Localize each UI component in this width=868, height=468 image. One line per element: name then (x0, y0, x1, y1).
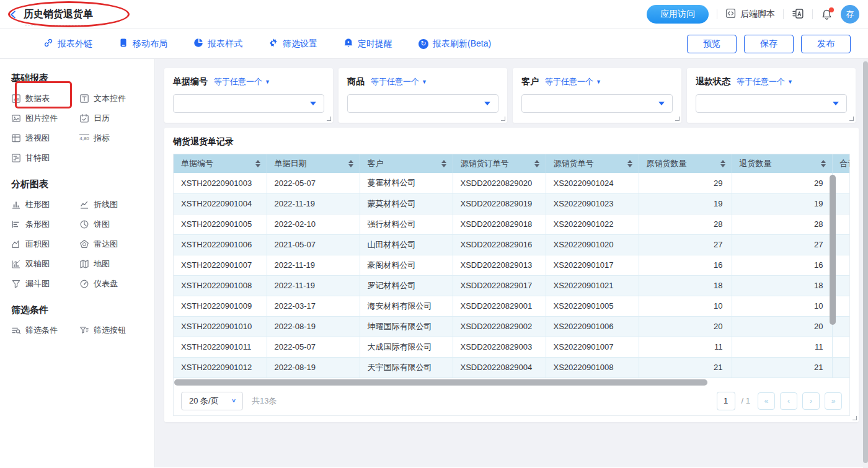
filter-label: 客户 (521, 76, 539, 87)
filter-operator[interactable]: 等于任意一个▼ (371, 76, 427, 87)
filter-widget-refund-status[interactable]: 退款状态 等于任意一个▼ (687, 68, 856, 123)
table-row: XSTH202209010112022-05-07大成国际有限公司XSDD202… (174, 337, 849, 357)
sidebar-item-text-widget[interactable]: 文本控件 (79, 93, 148, 104)
sort-icon[interactable] (627, 160, 635, 167)
sidebar-item-data-table[interactable]: 数据表 (11, 93, 79, 104)
contacts-button[interactable] (792, 7, 804, 22)
chevron-down-icon: ∨ (231, 397, 236, 404)
sidebar-item-filter-condition[interactable]: 筛选条件 (11, 325, 79, 336)
sort-icon[interactable] (821, 160, 828, 167)
dropdown-caret-icon (310, 102, 316, 105)
col-header: 原销货数量 (639, 154, 732, 173)
sidebar-item-area-chart[interactable]: 面积图 (11, 239, 79, 250)
data-table-icon (11, 94, 21, 104)
filter-operator[interactable]: 等于任意一个▼ (214, 76, 270, 87)
last-page-button[interactable]: » (825, 392, 842, 410)
sidebar-item-column-chart[interactable]: 柱形图 (11, 199, 79, 210)
filter-select[interactable] (696, 94, 847, 113)
table-horizontal-scrollbar[interactable] (174, 379, 707, 386)
filter-condition-icon (11, 325, 21, 335)
pagination-bar: 20 条/页 ∨ 共13条 / 1 « ‹ › » (174, 387, 849, 415)
toolbar-item-external-link[interactable]: 报表外链 (43, 38, 92, 50)
resize-handle[interactable] (675, 117, 680, 121)
sidebar-item-map[interactable]: 地图 (79, 258, 148, 270)
toolbar-item-report-refresh[interactable]: ↻ 报表刷新(Beta) (418, 38, 491, 50)
filter-widget-customer[interactable]: 客户 等于任意一个▼ (513, 68, 681, 123)
page-number-input[interactable] (717, 392, 735, 410)
contacts-icon (792, 7, 804, 22)
sidebar-item-funnel-chart[interactable]: 漏斗图 (11, 278, 79, 289)
back-icon[interactable] (6, 7, 20, 21)
page-size-select[interactable]: 20 条/页 ∨ (181, 392, 243, 410)
filter-operator[interactable]: 等于任意一个▼ (737, 76, 793, 87)
resize-handle[interactable] (327, 117, 331, 121)
page-title[interactable]: 历史销货退货单 (24, 9, 93, 19)
toolbar-item-report-style[interactable]: 报表样式 (193, 38, 242, 50)
sidebar-item-gauge[interactable]: 仪表盘 (79, 278, 148, 289)
area-chart-icon (11, 239, 21, 249)
table-row: XSTH202209010042022-11-19蒙莫材料公司XSDD20220… (174, 193, 849, 214)
sort-icon[interactable] (348, 160, 356, 167)
sidebar-item-image-widget[interactable]: 图片控件 (11, 113, 79, 124)
page-scrollbar (863, 59, 868, 468)
toolbar-label: 报表刷新(Beta) (433, 38, 491, 50)
sidebar-item-dual-axis-chart[interactable]: 双轴图 (11, 258, 79, 270)
sort-icon[interactable] (534, 160, 542, 167)
page-scrollbar-thumb[interactable] (863, 61, 868, 463)
filter-label: 单据编号 (173, 76, 208, 87)
sort-icon[interactable] (441, 160, 449, 167)
total-pages: / 1 (742, 396, 750, 405)
caret-down-icon: ▼ (422, 79, 427, 85)
toolbar-item-filter-settings[interactable]: 筛选设置 (268, 38, 317, 50)
preview-button[interactable]: 预览 (687, 35, 737, 53)
pie-icon (193, 38, 203, 50)
table-vertical-scrollbar[interactable] (830, 175, 836, 325)
resize-handle[interactable] (501, 117, 505, 121)
data-table-widget[interactable]: 销货退货单记录 单据编号 单据日期 客户 源销货订 (164, 128, 859, 422)
toolbar-item-mobile-layout[interactable]: 移动布局 (118, 38, 167, 50)
mobile-icon (118, 38, 128, 50)
sidebar-item-metric[interactable]: 4,80 指标 (79, 133, 148, 144)
metric-icon: 4,80 (79, 135, 89, 142)
table-row: XSTH202209010082022-11-19罗记材料公司XSDD20220… (174, 275, 849, 296)
prev-page-button[interactable]: ‹ (780, 392, 797, 410)
sidebar-item-pivot[interactable]: 透视图 (11, 133, 79, 144)
total-count: 共13条 (252, 395, 277, 407)
filter-select[interactable] (521, 94, 673, 113)
toolbar-item-scheduled-reminder[interactable]: 定时提醒 (343, 38, 392, 50)
column-chart-icon (11, 200, 21, 210)
sidebar-item-filter-button[interactable]: 筛选按钮 (79, 325, 148, 336)
divider (812, 9, 813, 19)
map-icon (79, 259, 89, 269)
report-toolbar: 报表外链 移动布局 报表样式 筛选设置 定时提醒 ↻ (0, 29, 868, 59)
pivot-icon (11, 133, 21, 143)
app-access-button[interactable]: 应用访问 (647, 5, 709, 24)
sidebar-item-pie-chart[interactable]: 饼图 (79, 219, 148, 230)
sort-icon[interactable] (720, 160, 728, 167)
filter-select[interactable] (173, 94, 324, 113)
sort-icon[interactable] (255, 160, 263, 167)
col-header: 单据编号 (174, 154, 267, 173)
resize-handle[interactable] (849, 117, 854, 121)
filter-widget-product[interactable]: 商品 等于任意一个▼ (339, 68, 507, 123)
filter-operator[interactable]: 等于任意一个▼ (545, 76, 601, 87)
backend-script-button[interactable]: 后端脚本 (725, 8, 775, 20)
notifications-button[interactable] (821, 9, 833, 20)
sidebar-item-radar-chart[interactable]: 雷达图 (79, 239, 148, 250)
link-icon (43, 38, 53, 50)
section-title-basic-reports: 基础报表 (11, 73, 154, 84)
gauge-icon (79, 279, 89, 289)
first-page-button[interactable]: « (758, 392, 775, 410)
sidebar-item-line-chart[interactable]: 折线图 (79, 199, 148, 210)
filter-widget-order-no[interactable]: 单据编号 等于任意一个▼ (164, 68, 333, 123)
sidebar-item-calendar[interactable]: 日历 (79, 113, 148, 124)
next-page-button[interactable]: › (802, 392, 820, 410)
save-button[interactable]: 保存 (744, 35, 794, 53)
sidebar-item-bar-chart[interactable]: 条形图 (11, 219, 79, 230)
sidebar-item-gantt[interactable]: 甘特图 (11, 152, 79, 164)
avatar[interactable]: 存 (841, 5, 859, 24)
filter-select[interactable] (347, 94, 498, 113)
report-canvas: 单据编号 等于任意一个▼ 商品 等于任意一个▼ 客户 等于任意一个▼ (155, 59, 868, 467)
publish-button[interactable]: 发布 (801, 35, 851, 53)
resize-handle[interactable] (852, 416, 857, 420)
